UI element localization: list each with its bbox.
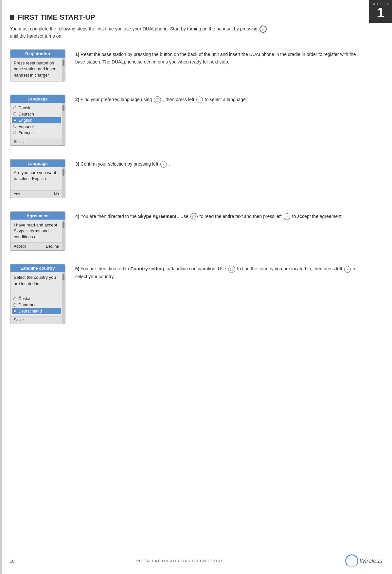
section-number: 1 bbox=[369, 6, 392, 20]
lang-english: English bbox=[18, 118, 32, 123]
footer-logo-text: Wireless bbox=[360, 558, 382, 565]
lang-francais: Français bbox=[18, 130, 35, 135]
step-4-footer-decline: Decline bbox=[46, 244, 59, 249]
list-item: Danmark bbox=[12, 302, 61, 308]
step-5-number: 5) bbox=[75, 266, 79, 271]
radio-icon bbox=[13, 106, 16, 109]
radio-icon-selected bbox=[13, 310, 16, 313]
step-1-number: 1) bbox=[75, 52, 79, 57]
step-3-screen-body: Are you sure you want to select: English bbox=[10, 167, 62, 190]
step-2-scrollbar bbox=[62, 103, 65, 145]
nav-scroll-icon-4: ◯ bbox=[190, 213, 198, 220]
step-5-mid: for landline configuration. Use bbox=[165, 266, 226, 271]
intro-suffix: until the handset turns on. bbox=[10, 33, 62, 39]
main-content: FIRST TIME START-UP You must complete th… bbox=[10, 0, 363, 324]
step-5-footer-label: Select bbox=[14, 318, 25, 322]
step-1-description: Reset the base station by pressing the b… bbox=[75, 52, 356, 64]
list-item: Español bbox=[12, 123, 61, 130]
step-1-screen: Registration Press reset button on base … bbox=[10, 49, 65, 81]
step-3-footer-yes: Yes bbox=[14, 192, 20, 196]
radio-icon bbox=[13, 303, 16, 307]
step-2-footer-label: Select bbox=[14, 139, 25, 144]
nav-scroll-icon-5: ◯ bbox=[228, 266, 235, 273]
step-4-scroll-thumb bbox=[62, 222, 64, 228]
step-4-screen: Agreement I have read and accept Skype's… bbox=[10, 211, 65, 251]
step-5-screen-footer: Select bbox=[10, 316, 62, 324]
nav-scroll-icon: ◯ bbox=[154, 96, 161, 103]
step-5-body-prefix: Select the country you are located in bbox=[10, 272, 62, 295]
step-5-prefix-text: Select the country you are located in bbox=[14, 275, 56, 286]
step-1-text: 1) Reset the base station by pressing th… bbox=[75, 49, 363, 65]
country-ceska: Česká bbox=[18, 296, 30, 301]
step-3-scrollbar bbox=[62, 167, 65, 198]
section-badge: SECTION 1 bbox=[369, 0, 392, 23]
intro-text: You must complete the following steps th… bbox=[10, 26, 272, 40]
step-1-row: Registration Press reset button on base … bbox=[10, 49, 363, 81]
step-4-number: 4) bbox=[75, 214, 79, 219]
step-5-screen: Landline country Select the country you … bbox=[10, 264, 65, 324]
title-text: FIRST TIME START-UP bbox=[18, 13, 95, 22]
list-item: Česká bbox=[12, 296, 61, 302]
page-footer: 10 INSTALLATION AND BASIC FUNCTIONS Wire… bbox=[0, 551, 392, 567]
step-4-row: Agreement I have read and accept Skype's… bbox=[10, 211, 363, 251]
step-2-screen-title: Language bbox=[10, 95, 65, 103]
step-2-text: 2) Find your preferred language using ◯ … bbox=[75, 95, 363, 103]
list-item-selected: Deutschland bbox=[12, 308, 61, 314]
left-button-icon: − bbox=[196, 97, 203, 103]
footer-section-name: INSTALLATION AND BASIC FUNCTIONS bbox=[136, 559, 224, 563]
lang-deutsch: Deutsch bbox=[18, 112, 34, 117]
step-1-screen-title: Registration bbox=[10, 50, 65, 58]
left-button-icon-3: − bbox=[160, 161, 167, 168]
lang-espanol: Español bbox=[18, 124, 34, 129]
step-2-lang-list: Dansk Deutsch English Español bbox=[10, 103, 62, 138]
step-5-row: Landline country Select the country you … bbox=[10, 264, 363, 324]
step-3-scroll-thumb bbox=[62, 169, 64, 176]
radio-icon bbox=[13, 297, 16, 300]
step-2-screen-footer: Select bbox=[10, 138, 62, 145]
left-button-icon-4: − bbox=[284, 213, 290, 220]
step-5-description: You are then directed to bbox=[80, 266, 129, 271]
step-1-screen-body: Press reset button on base station and i… bbox=[10, 58, 62, 81]
step-2-suffix2: to select a language. bbox=[205, 97, 247, 102]
step-2-scroll-thumb bbox=[62, 105, 64, 111]
step-4-mid: . Use bbox=[178, 214, 188, 219]
step-4-screen-footer: Accept Decline bbox=[10, 242, 62, 250]
power-icon: △ bbox=[259, 26, 267, 33]
step-3-description: Confirm your selection by pressing left bbox=[80, 161, 158, 167]
step-4-description: You are then directed to the bbox=[80, 214, 137, 219]
step-2-row: Language Dansk Deutsch bbox=[10, 95, 363, 146]
step-5-screen-title: Landline country bbox=[10, 264, 65, 272]
step-5-scrollbar bbox=[62, 272, 65, 324]
step-3-row: Language Are you sure you want to select… bbox=[10, 159, 363, 198]
step-4-scrollbar bbox=[62, 220, 65, 250]
country-deutschland: Deutschland bbox=[18, 309, 42, 314]
lang-dansk: Dansk bbox=[18, 105, 30, 110]
left-button-icon-5: − bbox=[344, 266, 351, 273]
step-4-screen-title: Agreement bbox=[10, 212, 65, 220]
step-3-screen-footer: Yes No bbox=[10, 190, 62, 198]
step-3-screen-title: Language bbox=[10, 160, 65, 167]
left-accent-bar bbox=[0, 0, 2, 574]
step-2-suffix: , then press left bbox=[163, 97, 194, 102]
intro-main: You must complete the following steps th… bbox=[10, 26, 258, 31]
step-5-bold: Country setting bbox=[130, 266, 164, 271]
country-danmark: Danmark bbox=[18, 302, 36, 307]
step-4-bold: Skype Agreement bbox=[138, 214, 176, 219]
radio-icon bbox=[13, 112, 16, 116]
list-item-selected: English bbox=[12, 117, 61, 123]
step-5-text: 5) You are then directed to Country sett… bbox=[75, 264, 363, 280]
radio-icon bbox=[13, 131, 16, 134]
step-5-scroll-thumb bbox=[62, 274, 64, 280]
step-5-suffix: to find the country you are located in, … bbox=[237, 266, 342, 271]
step-1-scrollbar bbox=[62, 58, 65, 81]
radio-icon bbox=[13, 125, 16, 128]
list-item: Deutsch bbox=[12, 111, 61, 117]
step-3-screen: Language Are you sure you want to select… bbox=[10, 159, 65, 198]
page-title: FIRST TIME START-UP bbox=[10, 13, 363, 22]
step-3-number: 3) bbox=[75, 161, 79, 167]
title-square-icon bbox=[10, 15, 14, 20]
step-2-screen: Language Dansk Deutsch bbox=[10, 95, 65, 146]
step-2-number: 2) bbox=[75, 97, 79, 102]
list-item: Français bbox=[12, 130, 61, 136]
step-4-suffix2: to accept the agreement. bbox=[292, 214, 343, 219]
